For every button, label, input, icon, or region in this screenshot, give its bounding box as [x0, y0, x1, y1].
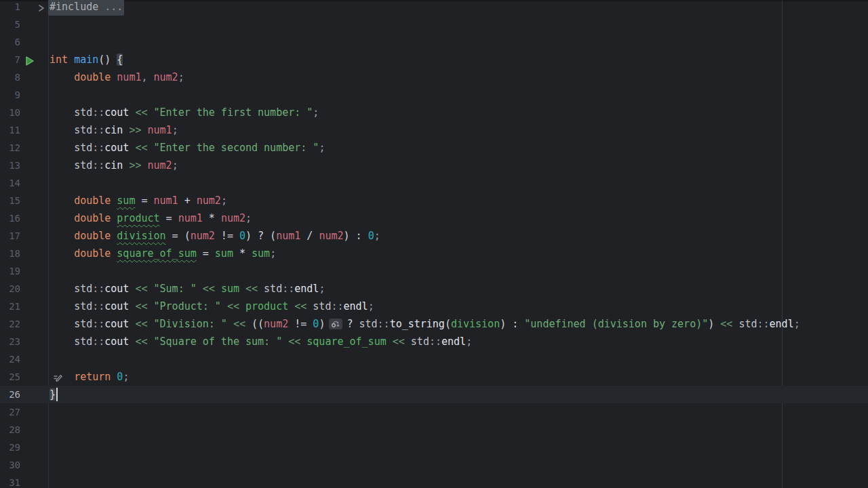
code-text[interactable]: std::cout << "Enter the second number: "… — [50, 139, 325, 157]
code-text[interactable]: double division = (num2 != 0) ? (num1 / … — [50, 227, 380, 245]
code-line-24[interactable]: 24 — [0, 350, 868, 368]
code-line-17[interactable]: 17 double division = (num2 != 0) ? (num1… — [0, 227, 868, 245]
line-number[interactable]: 14 — [0, 174, 20, 192]
code-text[interactable]: std::cin >> num2; — [50, 157, 178, 174]
token: std — [74, 159, 92, 171]
code-text[interactable]: return 0; — [50, 368, 129, 386]
code-line-27[interactable]: 27 — [0, 403, 868, 421]
line-number[interactable]: 15 — [0, 192, 20, 209]
code-line-12[interactable]: 12 std::cout << "Enter the second number… — [0, 139, 868, 157]
token: "undefined (division by zero)" — [524, 318, 708, 330]
line-number[interactable]: 8 — [0, 68, 20, 86]
code-line-5[interactable]: 5 — [0, 16, 868, 33]
code-line-21[interactable]: 21 std::cout << "Product: " << product <… — [0, 298, 868, 315]
line-number[interactable]: 27 — [0, 403, 20, 421]
line-number[interactable]: 7 — [0, 51, 20, 68]
code-text[interactable]: } — [50, 386, 56, 403]
line-number[interactable]: 17 — [0, 227, 20, 245]
code-line-9[interactable]: 9 — [0, 86, 868, 104]
line-number[interactable]: 5 — [0, 16, 20, 33]
line-number[interactable]: 16 — [0, 209, 20, 227]
code-line-15[interactable]: 15 double sum = num1 + num2; — [0, 192, 868, 209]
token: num1 — [154, 195, 178, 207]
code-line-10[interactable]: 10 std::cout << "Enter the first number:… — [0, 104, 868, 121]
token: sum — [221, 283, 239, 295]
code-line-25[interactable]: 25 return 0; — [0, 368, 868, 386]
code-line-11[interactable]: 11 std::cin >> num1; — [0, 121, 868, 139]
line-number[interactable]: 11 — [0, 121, 20, 139]
token: ) : — [344, 230, 368, 242]
token: cout — [104, 336, 129, 348]
code-text[interactable]: double num1, num2; — [50, 68, 184, 86]
code-text[interactable]: std::cout << "Division: " << ((num2 != 0… — [50, 315, 800, 333]
code-line-28[interactable]: 28 — [0, 421, 868, 439]
line-number[interactable]: 23 — [0, 333, 20, 350]
token — [148, 336, 154, 348]
line-number[interactable]: 22 — [0, 315, 20, 333]
line-number[interactable]: 1 — [0, 0, 20, 16]
line-number[interactable]: 12 — [0, 139, 20, 157]
code-line-18[interactable]: 18 double square_of_sum = sum * sum; — [0, 245, 868, 262]
token: :: — [378, 318, 390, 330]
token — [300, 336, 307, 348]
code-line-16[interactable]: 16 double product = num1 * num2; — [0, 209, 868, 227]
code-text[interactable]: int main() { — [50, 51, 123, 68]
line-number[interactable]: 31 — [0, 474, 20, 488]
code-text[interactable]: std::cout << "Product: " << product << s… — [50, 298, 374, 315]
code-line-29[interactable]: 29 — [0, 439, 868, 456]
inlay-hint-icon[interactable] — [329, 317, 342, 328]
token: ( — [445, 318, 451, 330]
code-text[interactable]: double sum = num1 + num2; — [50, 192, 227, 209]
code-editor[interactable]: 1#include ...567int main() {8 double num… — [0, 0, 868, 488]
line-number[interactable]: 20 — [0, 280, 20, 298]
token: ; — [123, 371, 129, 383]
line-number[interactable]: 21 — [0, 298, 20, 315]
line-number[interactable]: 30 — [0, 456, 20, 474]
line-number[interactable]: 28 — [0, 421, 20, 439]
code-text[interactable]: std::cin >> num1; — [50, 121, 178, 139]
code-text[interactable]: std::cout << "Sum: " << sum << std::endl… — [50, 280, 325, 298]
code-line-8[interactable]: 8 double num1, num2; — [0, 68, 868, 86]
token: >> — [129, 124, 141, 136]
line-number[interactable]: 19 — [0, 262, 20, 280]
token: ; — [313, 106, 319, 119]
code-line-31[interactable]: 31 — [0, 474, 868, 488]
token: double — [74, 195, 111, 207]
token: "Enter the second number: " — [154, 142, 319, 154]
line-number[interactable]: 18 — [0, 245, 20, 262]
code-line-20[interactable]: 20 std::cout << "Sum: " << sum << std::e… — [0, 280, 868, 298]
token: ; — [368, 300, 374, 312]
line-number[interactable]: 26 — [0, 386, 20, 403]
code-line-30[interactable]: 30 — [0, 456, 868, 474]
token: "Sum: " — [154, 283, 197, 295]
folded-region[interactable]: #include ... — [48, 0, 124, 16]
token — [50, 300, 74, 312]
code-line-19[interactable]: 19 — [0, 262, 868, 280]
token: std — [74, 300, 92, 312]
code-text[interactable]: std::cout << "Square of the sum: " << sq… — [50, 333, 472, 350]
code-line-1[interactable]: 1#include ... — [0, 0, 868, 16]
code-text[interactable]: double product = num1 * num2; — [50, 209, 252, 227]
token — [50, 247, 74, 260]
line-number[interactable]: 6 — [0, 33, 20, 51]
token: main — [74, 54, 98, 66]
line-number[interactable]: 9 — [0, 86, 20, 104]
token: << — [245, 283, 258, 295]
line-number[interactable]: 29 — [0, 439, 20, 456]
code-line-7[interactable]: 7int main() { — [0, 51, 868, 68]
code-line-13[interactable]: 13 std::cin >> num2; — [0, 157, 868, 174]
code-line-6[interactable]: 6 — [0, 33, 868, 51]
line-number[interactable]: 24 — [0, 350, 20, 368]
code-line-14[interactable]: 14 — [0, 174, 868, 192]
code-text[interactable]: #include ... — [50, 0, 124, 16]
code-line-22[interactable]: 22 std::cout << "Division: " << ((num2 !… — [0, 315, 868, 333]
code-text[interactable]: std::cout << "Enter the first number: "; — [50, 104, 319, 121]
line-number[interactable]: 25 — [0, 368, 20, 386]
code-line-23[interactable]: 23 std::cout << "Square of the sum: " <<… — [0, 333, 868, 350]
code-line-26[interactable]: 26} — [0, 386, 868, 403]
run-icon[interactable] — [24, 54, 35, 65]
line-number[interactable]: 13 — [0, 157, 20, 174]
line-number[interactable]: 10 — [0, 104, 20, 121]
fold-chevron-icon[interactable] — [37, 1, 47, 12]
code-text[interactable]: double square_of_sum = sum * sum; — [50, 245, 276, 262]
